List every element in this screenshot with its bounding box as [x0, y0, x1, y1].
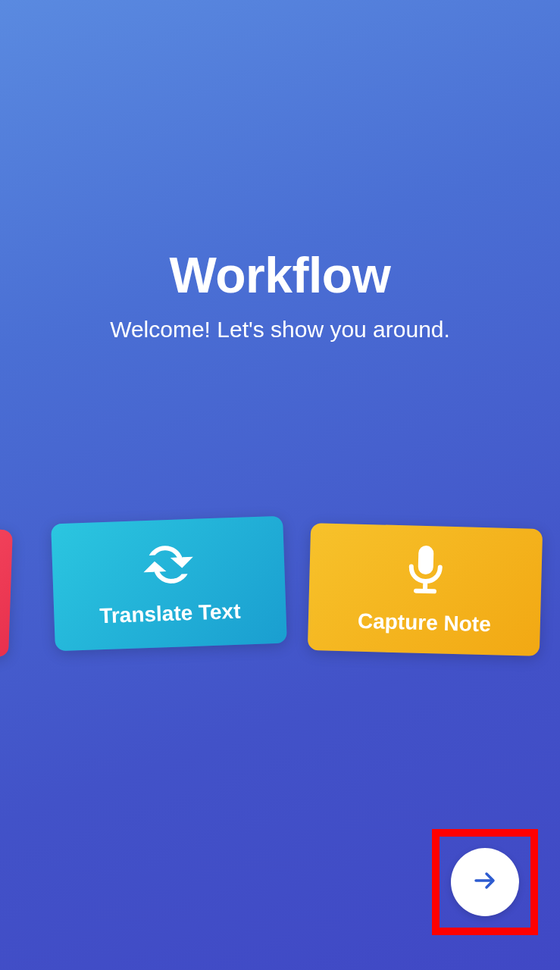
arrow-right-icon: [471, 867, 499, 897]
highlight-box: [432, 829, 538, 935]
next-button[interactable]: [451, 848, 519, 916]
page-subtitle: Welcome! Let's show you around.: [0, 317, 560, 343]
workflow-card-partial[interactable]: p: [0, 522, 13, 658]
microphone-icon: [405, 543, 447, 597]
card-label: Translate Text: [99, 599, 241, 628]
workflow-card-capture-note[interactable]: Capture Note: [308, 523, 543, 656]
card-label: Capture Note: [358, 609, 492, 637]
page-title: Workflow: [0, 246, 560, 304]
svg-line-2: [416, 591, 434, 592]
workflow-card-translate-text[interactable]: Translate Text: [51, 516, 287, 652]
workflow-cards-row: p Translate Text Capture Note: [0, 520, 560, 656]
svg-rect-0: [418, 546, 434, 575]
refresh-icon: [141, 540, 196, 589]
